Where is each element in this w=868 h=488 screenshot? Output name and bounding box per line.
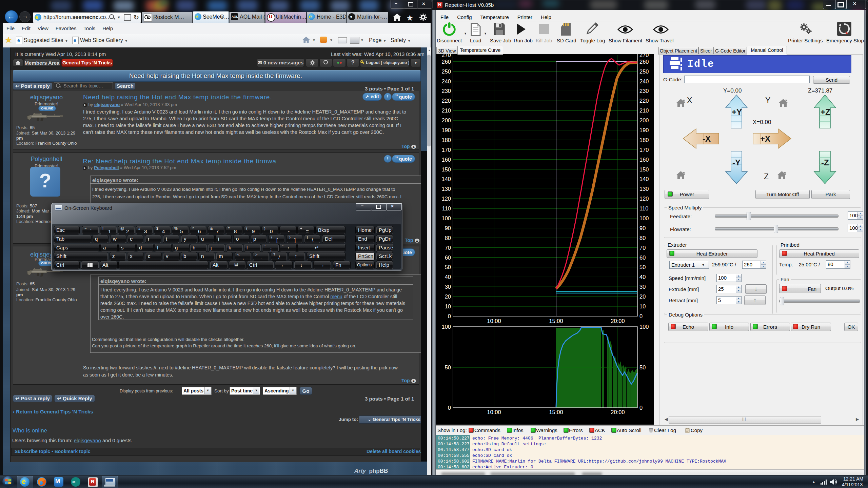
- svg-text:40: 40: [639, 274, 646, 280]
- svg-text:170: 170: [639, 147, 649, 153]
- svg-text:-X: -X: [703, 134, 711, 143]
- svg-text:50: 50: [639, 364, 646, 370]
- svg-text:160: 160: [441, 157, 451, 163]
- svg-text:30: 30: [445, 284, 451, 290]
- svg-text:270: 270: [639, 54, 649, 58]
- svg-text:130: 130: [441, 186, 451, 192]
- svg-text:210: 210: [441, 107, 451, 114]
- svg-text:+Z: +Z: [821, 107, 830, 117]
- svg-text:15:00: 15:00: [549, 318, 563, 324]
- svg-text:230: 230: [639, 88, 649, 94]
- svg-text:250: 250: [639, 68, 649, 75]
- svg-text:190: 190: [639, 127, 649, 133]
- svg-text:60: 60: [445, 255, 451, 261]
- svg-text:20: 20: [445, 293, 451, 300]
- svg-text:140: 140: [639, 176, 649, 182]
- svg-text:0: 0: [448, 313, 451, 319]
- svg-text:50: 50: [445, 264, 451, 270]
- svg-text:180: 180: [441, 137, 451, 143]
- svg-text:190: 190: [441, 127, 451, 133]
- svg-text:80: 80: [639, 235, 646, 241]
- svg-text:80: 80: [445, 235, 451, 241]
- svg-text:70: 70: [639, 245, 646, 251]
- svg-text:130: 130: [639, 186, 649, 192]
- svg-text:210: 210: [639, 107, 649, 114]
- svg-text:10: 10: [445, 303, 451, 309]
- svg-text:100: 100: [441, 324, 451, 330]
- svg-text:150: 150: [441, 166, 451, 172]
- svg-text:100: 100: [639, 324, 649, 330]
- svg-text:120: 120: [441, 196, 451, 202]
- svg-text:150: 150: [639, 166, 649, 172]
- svg-text:50: 50: [639, 264, 646, 270]
- svg-text:140: 140: [441, 176, 451, 182]
- svg-text:20:00: 20:00: [611, 409, 625, 415]
- svg-text:20:00: 20:00: [611, 318, 625, 324]
- svg-text:180: 180: [639, 137, 649, 143]
- svg-text:+X: +X: [760, 134, 770, 143]
- svg-text:90: 90: [639, 225, 646, 231]
- svg-text:200: 200: [441, 117, 451, 123]
- svg-text:220: 220: [441, 98, 451, 104]
- svg-text:10: 10: [639, 303, 646, 309]
- svg-text:100: 100: [639, 215, 649, 221]
- svg-text:240: 240: [441, 78, 451, 84]
- svg-text:250: 250: [441, 68, 451, 75]
- svg-text:10:00: 10:00: [487, 409, 501, 415]
- svg-text:220: 220: [639, 98, 649, 104]
- svg-text:40: 40: [445, 274, 451, 280]
- svg-text:270: 270: [441, 54, 451, 58]
- svg-text:230: 230: [441, 88, 451, 94]
- svg-text:10:00: 10:00: [487, 318, 501, 324]
- svg-text:+Y: +Y: [732, 107, 742, 117]
- svg-text:0: 0: [448, 405, 451, 411]
- svg-text:70: 70: [445, 245, 451, 251]
- svg-text:200: 200: [639, 117, 649, 123]
- svg-text:100: 100: [441, 215, 451, 221]
- svg-text:20: 20: [639, 293, 646, 300]
- svg-text:50: 50: [445, 364, 451, 370]
- svg-text:15:00: 15:00: [549, 409, 563, 415]
- svg-text:30: 30: [639, 284, 646, 290]
- svg-text:110: 110: [442, 205, 451, 211]
- svg-text:260: 260: [639, 59, 649, 65]
- svg-text:-Y: -Y: [732, 158, 741, 167]
- svg-text:120: 120: [639, 196, 649, 202]
- svg-text:-Z: -Z: [821, 158, 829, 167]
- svg-text:240: 240: [639, 78, 649, 84]
- svg-text:0: 0: [639, 405, 643, 411]
- svg-text:170: 170: [441, 147, 451, 153]
- svg-text:160: 160: [639, 157, 649, 163]
- svg-text:0: 0: [639, 313, 643, 319]
- svg-text:110: 110: [639, 205, 648, 211]
- svg-text:90: 90: [445, 225, 451, 231]
- svg-text:60: 60: [639, 255, 646, 261]
- svg-text:260: 260: [441, 59, 451, 65]
